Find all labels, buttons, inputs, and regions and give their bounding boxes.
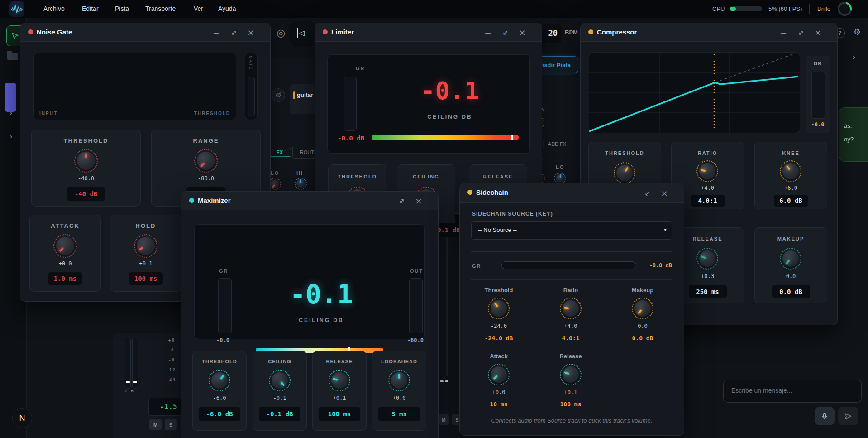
maximizer-titlebar[interactable]: Maximizer (181, 192, 438, 210)
compressor-ratio-knob[interactable] (696, 160, 718, 182)
sidechain-threshold-knob[interactable] (488, 298, 510, 319)
maximize-icon[interactable] (796, 28, 806, 38)
gate-hold-knob[interactable] (134, 234, 157, 258)
knob-label: Threshold (476, 287, 521, 294)
gate-hold-panel: HOLD +0.1 100 ms (110, 215, 181, 292)
mute-button[interactable]: M (149, 419, 162, 430)
fader-value: -1.5 (160, 402, 177, 411)
menu-editar[interactable]: Editar (82, 5, 99, 12)
compressor-release-knob[interactable] (696, 248, 718, 270)
limiter-titlebar[interactable]: Limiter (315, 23, 542, 42)
menu-transporte[interactable]: Transporte (145, 5, 176, 12)
menu-ayuda[interactable]: Ayuda (218, 5, 236, 12)
close-icon[interactable] (813, 28, 823, 38)
settings-gear-icon[interactable]: ⚙ (854, 27, 861, 37)
maximizer-threshold-knob[interactable] (209, 370, 230, 391)
minimize-icon[interactable] (379, 196, 389, 206)
hi-eq-knob[interactable] (295, 178, 307, 190)
source-select[interactable]: -- No Source -- ▾ (471, 221, 672, 240)
minimize-icon[interactable] (625, 188, 635, 198)
gr-meter (811, 72, 825, 119)
ceiling-db-label: CEILING DB (249, 317, 394, 323)
brightness-knob[interactable] (838, 2, 852, 16)
compressor-titlebar[interactable]: Compressor (581, 23, 837, 42)
out-label: OUT (410, 268, 423, 274)
close-icon[interactable] (659, 188, 669, 198)
knob-label: RELEASE (313, 359, 366, 364)
add-fx-button[interactable]: ADD FX (543, 139, 571, 149)
out-meter (409, 278, 423, 333)
maximizer-lookahead-knob[interactable] (388, 370, 410, 391)
skip-back-icon[interactable]: ◁ (297, 28, 305, 38)
close-icon[interactable] (414, 196, 424, 206)
divider (809, 4, 810, 14)
sidechain-makeup-knob[interactable] (632, 298, 653, 319)
gate-threshold-knob[interactable] (74, 149, 98, 173)
chevron-down-icon: ▾ (664, 226, 667, 233)
limiter-title: Limiter (331, 28, 354, 36)
maximize-icon[interactable] (500, 28, 510, 38)
send-button[interactable] (838, 407, 858, 425)
knob-label: Attack (476, 353, 521, 360)
knob-badge: 4.0:1 (548, 335, 593, 342)
minimize-icon[interactable] (211, 28, 221, 38)
out-min-value: -60.0 (398, 337, 424, 343)
mic-button[interactable] (815, 407, 835, 425)
record-target-icon[interactable]: ◎ (277, 27, 285, 39)
knob-badge: -40 dB (67, 187, 105, 201)
close-icon[interactable] (246, 28, 256, 38)
knob-value: -6.0 (193, 395, 246, 401)
maximizer-ceiling-knob[interactable] (269, 370, 291, 391)
compressor-knee-knob[interactable] (780, 160, 801, 182)
gate-label: GATE (248, 56, 253, 70)
knob-label: ATTACK (30, 222, 100, 229)
solo-button[interactable]: S (165, 419, 177, 430)
minimize-icon[interactable] (778, 28, 788, 38)
chevron-right-icon[interactable]: › (10, 109, 12, 116)
compressor-threshold-knob[interactable] (614, 162, 635, 184)
knob-badge: 100 ms (319, 407, 360, 421)
maximize-icon[interactable] (229, 28, 238, 38)
knob-label: RATIO (672, 150, 744, 156)
message-input[interactable]: Escribe un mensaje... (723, 380, 862, 403)
chevron-right-icon[interactable]: › (10, 132, 12, 140)
noise-gate-titlebar[interactable]: Noise Gate (20, 23, 270, 42)
sidechain-attack-knob[interactable] (488, 364, 510, 385)
chat-collapse-chevron[interactable]: › (853, 53, 855, 62)
knob-label: RELEASE (469, 174, 527, 179)
phase-invert-icon[interactable]: Ø (272, 88, 285, 102)
sidechain-ratio-knob[interactable] (560, 298, 582, 319)
gate-attack-knob[interactable] (53, 234, 77, 258)
lo-eq-knob[interactable] (269, 178, 281, 190)
folder-icon[interactable] (7, 53, 18, 60)
maximize-icon[interactable] (396, 196, 406, 206)
avatar[interactable]: N (12, 408, 32, 428)
gr-meter (344, 77, 357, 131)
compressor-makeup-knob[interactable] (780, 248, 801, 270)
menu-archivo[interactable]: Archivo (43, 5, 65, 12)
menu-pista[interactable]: Pista (115, 5, 129, 12)
app-logo-icon[interactable] (9, 1, 24, 17)
fader-cap[interactable] (445, 380, 448, 382)
gate-range-knob[interactable] (194, 149, 218, 173)
sidechain-release-knob[interactable] (560, 364, 582, 385)
level-meter-right (132, 337, 138, 389)
maximizer-release-knob[interactable] (329, 370, 350, 391)
source-select-value: -- No Source -- (478, 226, 517, 233)
clip-color-tab[interactable] (5, 83, 16, 112)
fader-cap[interactable] (440, 380, 444, 382)
mute-button[interactable]: M (438, 414, 449, 425)
knob-value: -0.1 (253, 395, 306, 401)
track-header[interactable]: guitar (290, 84, 315, 114)
knob-label: LOOKAHEAD (372, 359, 426, 364)
sidechain-titlebar[interactable]: Sidechain (460, 183, 684, 203)
close-icon[interactable] (517, 28, 527, 38)
knob-value: +0.0 (476, 389, 521, 395)
minimize-icon[interactable] (483, 28, 493, 38)
menu-ver[interactable]: Ver (194, 5, 203, 12)
fx-count-badge[interactable]: FX (268, 148, 291, 157)
fader-track[interactable] (446, 213, 448, 376)
maximizer-display: GR OUT -0.1 CEILING DB -0.0 -60.0 (194, 224, 425, 339)
maximize-icon[interactable] (642, 188, 652, 198)
gate-scope-display: INPUT THRESHOLD (33, 53, 236, 120)
